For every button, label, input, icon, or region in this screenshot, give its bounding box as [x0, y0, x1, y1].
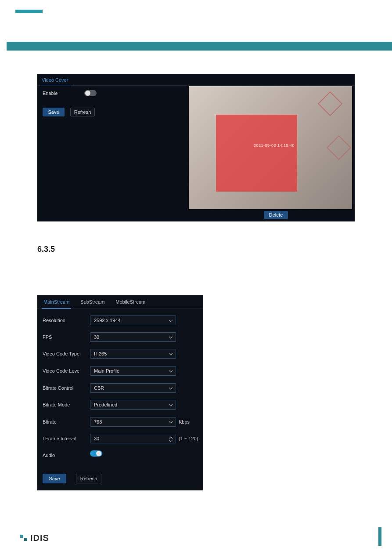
- cover-region-rect[interactable]: [216, 115, 297, 192]
- chevron-down-icon: [169, 439, 173, 442]
- row-fps: FPS 30: [43, 332, 176, 342]
- delete-button[interactable]: Delete: [264, 211, 288, 219]
- resolution-select[interactable]: 2592 x 1944: [90, 316, 176, 325]
- tab-video-cover[interactable]: Video Cover: [42, 74, 68, 86]
- page-divider-bar: [7, 42, 392, 51]
- svg-rect-0: [20, 535, 23, 538]
- tab-mainstream[interactable]: MainStream: [43, 295, 69, 308]
- video-code-type-select[interactable]: H.265: [90, 349, 176, 359]
- chevron-down-icon: [169, 386, 173, 392]
- refresh-button[interactable]: Refresh: [76, 474, 101, 483]
- toggle-knob: [96, 451, 101, 456]
- bitrate-control-value: CBR: [94, 385, 104, 391]
- iframe-value: 30: [94, 436, 99, 441]
- toggle-knob: [85, 91, 90, 96]
- footer-accent-bar: [378, 527, 381, 546]
- tab-mobilestream[interactable]: MobileStream: [115, 295, 145, 308]
- row-video-code-type: Video Code Type H.265: [43, 349, 176, 359]
- video-code-level-value: Main Profile: [94, 368, 119, 374]
- preview-marker-icon: [327, 135, 352, 160]
- chevron-down-icon: [169, 403, 173, 408]
- fps-value: 30: [94, 334, 99, 340]
- save-button[interactable]: Save: [43, 474, 66, 483]
- timestamp-overlay: 2021-09-02 14:15:40: [254, 143, 295, 148]
- iframe-spinner[interactable]: 30: [90, 434, 176, 443]
- bitrate-mode-select[interactable]: Predefined: [90, 400, 176, 410]
- chevron-up-icon: [169, 436, 173, 439]
- bitrate-mode-label: Bitrate Mode: [43, 402, 90, 407]
- bitrate-control-select[interactable]: CBR: [90, 383, 176, 393]
- tab-substream[interactable]: SubStream: [80, 295, 104, 308]
- chevron-down-icon: [169, 369, 173, 374]
- preview-marker-icon: [318, 91, 343, 116]
- tab-underline-rail: [37, 85, 355, 86]
- bitrate-value: 768: [94, 419, 102, 424]
- section-heading-number: 6.3.5: [37, 245, 55, 254]
- iframe-label: I Frame Interval: [43, 436, 90, 441]
- top-accent-bar: [15, 10, 43, 13]
- video-preview[interactable]: 2021-09-02 14:15:40: [189, 86, 352, 209]
- video-cover-panel: Video Cover Enable Save Refresh 2021-09-…: [37, 74, 355, 221]
- enable-label: Enable: [43, 91, 58, 96]
- iframe-range: (1 ~ 120): [179, 436, 198, 441]
- stepper-icon[interactable]: [169, 435, 174, 443]
- video-code-level-label: Video Code Level: [43, 368, 90, 374]
- stream-settings-panel: MainStream SubStream MobileStream Resolu…: [37, 295, 203, 490]
- video-code-type-label: Video Code Type: [43, 351, 90, 356]
- enable-toggle[interactable]: [84, 90, 97, 96]
- row-bitrate-control: Bitrate Control CBR: [43, 383, 176, 393]
- audio-toggle[interactable]: [90, 450, 102, 457]
- resolution-label: Resolution: [43, 318, 90, 323]
- logo-mark-icon: [19, 534, 28, 543]
- svg-rect-1: [24, 538, 27, 541]
- bitrate-mode-value: Predefined: [94, 402, 117, 407]
- row-bitrate: Bitrate 768 Kbps: [43, 417, 190, 427]
- video-code-type-value: H.265: [94, 351, 107, 356]
- brand-text: IDIS: [30, 533, 49, 543]
- fps-label: FPS: [43, 334, 90, 340]
- stream-tabs: MainStream SubStream MobileStream: [37, 295, 203, 308]
- row-resolution: Resolution 2592 x 1944: [43, 316, 176, 325]
- audio-label: Audio: [43, 453, 90, 458]
- bitrate-select[interactable]: 768: [90, 417, 176, 427]
- resolution-value: 2592 x 1944: [94, 318, 121, 323]
- save-button[interactable]: Save: [43, 108, 65, 116]
- row-bitrate-mode: Bitrate Mode Predefined: [43, 400, 176, 410]
- row-iframe: I Frame Interval 30 (1 ~ 120): [43, 434, 198, 443]
- bitrate-label: Bitrate: [43, 419, 90, 424]
- chevron-down-icon: [169, 319, 173, 324]
- bitrate-control-label: Bitrate Control: [43, 385, 90, 391]
- chevron-down-icon: [169, 420, 173, 425]
- bitrate-unit: Kbps: [179, 419, 190, 424]
- refresh-button[interactable]: Refresh: [70, 108, 95, 116]
- brand-logo: IDIS: [19, 533, 49, 543]
- fps-select[interactable]: 30: [90, 332, 176, 342]
- row-audio: Audio: [43, 450, 90, 460]
- video-code-level-select[interactable]: Main Profile: [90, 366, 176, 376]
- chevron-down-icon: [169, 352, 173, 357]
- row-video-code-level: Video Code Level Main Profile: [43, 366, 176, 376]
- chevron-down-icon: [169, 335, 173, 341]
